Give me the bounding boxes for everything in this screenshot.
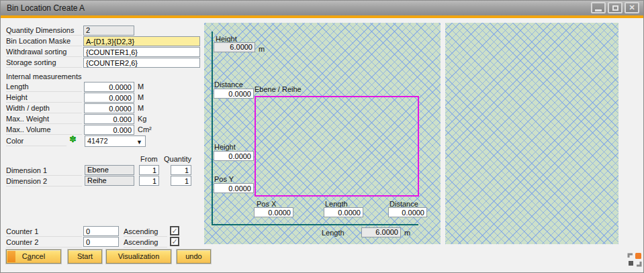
height-label: Height [6, 93, 82, 103]
viz-y-axis-line [212, 32, 213, 225]
viz-distance-inner-field[interactable] [388, 207, 427, 217]
window-controls: ✕ [591, 2, 639, 13]
width-depth-unit: M [138, 104, 144, 113]
length-unit: M [138, 83, 144, 92]
quantity-dimensions-label: Quantity Dimensions [6, 26, 82, 36]
quantity-header: Quantity [164, 155, 191, 164]
chevron-down-icon: ▼ [136, 138, 142, 148]
close-button[interactable]: ✕ [625, 2, 639, 13]
counter-1-ascending-label: Ascending [124, 227, 167, 237]
minimize-button[interactable] [591, 2, 606, 13]
bin-location-maske-label: Bin Location Maske [6, 37, 82, 46]
viz-pos-x-field[interactable] [254, 207, 293, 217]
minimize-icon [595, 9, 602, 11]
close-icon: ✕ [629, 4, 635, 11]
height-field[interactable] [84, 93, 134, 103]
counter-1-ascending-checkbox[interactable]: ✓ [170, 226, 179, 235]
dimension-1-quantity-field[interactable] [171, 165, 191, 175]
resize-orange-square [635, 253, 641, 259]
viz-area-label: Ebene / Reihe [255, 85, 302, 94]
resize-top-left-bracket [629, 254, 633, 258]
counter-1-label: Counter 1 [6, 227, 82, 237]
viz-length-total-field: 6.0000 [361, 227, 401, 237]
viz-height-mid-field[interactable] [214, 151, 254, 161]
storage-sorting-field[interactable] [83, 58, 200, 68]
bin-location-maske-field[interactable] [83, 36, 200, 46]
undo-button[interactable]: undo [177, 250, 211, 264]
dimension-2-from-field[interactable] [139, 176, 159, 186]
viz-length-inner-field[interactable] [324, 207, 363, 217]
window-title: Bin Location Create A [1, 3, 85, 13]
resize-dark-square [629, 261, 633, 266]
dimension-1-label: Dimension 1 [6, 166, 82, 176]
counter-1-field[interactable] [83, 226, 119, 236]
cancel-button[interactable]: Cancel [6, 250, 61, 264]
maximize-icon [612, 5, 618, 11]
max-weight-field[interactable] [84, 114, 134, 124]
withdrawal-sorting-field[interactable] [83, 47, 200, 57]
viz-x-axis-line [212, 224, 418, 225]
counter-2-ascending-checkbox[interactable]: ✓ [170, 237, 179, 246]
height-unit: M [138, 93, 144, 103]
dimension-2-name-field: Reihe [85, 176, 134, 186]
visualization-side-panel [445, 23, 618, 244]
internal-measurements-heading: Internal measurements [6, 72, 100, 82]
counter-2-field[interactable] [83, 237, 119, 247]
withdrawal-sorting-label: Withdrawal sorting [6, 48, 82, 57]
viz-distance-top-field[interactable] [214, 89, 254, 99]
maximize-button[interactable] [608, 2, 623, 13]
dimension-1-name-field: Ebene [85, 165, 134, 175]
quantity-dimensions-field: 2 [83, 25, 134, 36]
max-volume-field[interactable] [84, 125, 134, 135]
length-label: Length [6, 83, 82, 92]
from-header: From [140, 155, 158, 164]
storage-sorting-label: Storage sorting [6, 58, 82, 68]
width-depth-field[interactable] [84, 103, 134, 113]
counter-2-label: Counter 2 [6, 238, 82, 248]
accent-line [1, 15, 643, 18]
resize-bottom-right-bracket [637, 262, 641, 266]
color-dropdown-value: 41472 [87, 137, 108, 145]
color-swatch-flower-icon: ✽ [69, 135, 77, 144]
max-volume-unit: Cm² [138, 125, 152, 135]
max-weight-label: Max.. Weight [6, 115, 82, 124]
dimension-2-quantity-field[interactable] [171, 176, 191, 186]
default-button-marker [7, 251, 15, 262]
cancel-button-label: Cancel [22, 252, 45, 260]
counter-2-ascending-label: Ascending [124, 238, 167, 248]
visualization-button[interactable]: Visualization [106, 250, 171, 264]
bin-area-rectangle [255, 96, 419, 197]
length-field[interactable] [84, 82, 134, 92]
viz-length-total-unit: m [404, 229, 410, 237]
color-dropdown[interactable]: 41472 ▼ [85, 135, 146, 147]
viz-height-top-unit: m [259, 45, 265, 54]
start-button[interactable]: Start [68, 250, 102, 264]
viz-height-top-field: 6.0000 [214, 42, 255, 52]
dimension-2-label: Dimension 2 [6, 177, 82, 186]
viz-pos-y-field[interactable] [214, 183, 254, 193]
title-bar: Bin Location Create A ✕ [1, 1, 643, 15]
dimension-1-from-field[interactable] [139, 165, 159, 175]
width-depth-label: Width / depth [6, 104, 82, 113]
max-weight-unit: Kg [138, 115, 146, 124]
viz-length-total-label: Length [322, 229, 344, 237]
max-volume-label: Max.. Volume [6, 125, 82, 135]
bin-location-create-window: Bin Location Create A ✕ Quantity Dimensi… [0, 0, 644, 273]
color-label: Color [6, 137, 66, 146]
resize-form-icon[interactable] [627, 252, 642, 267]
